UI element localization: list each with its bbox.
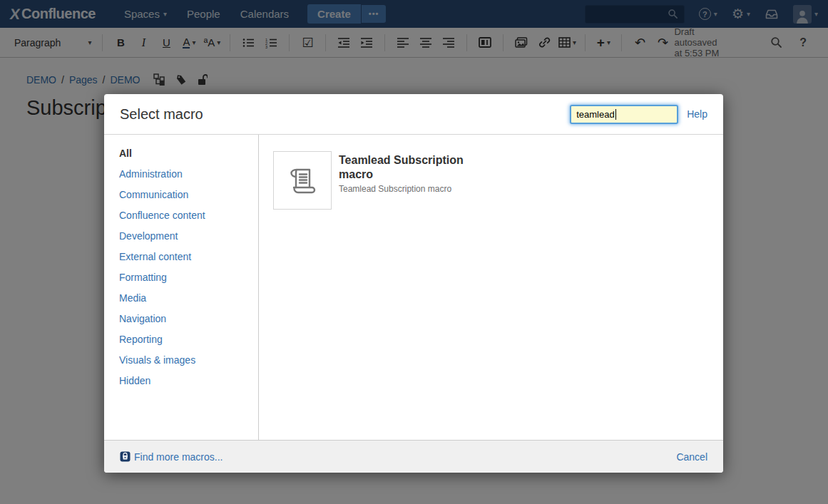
dialog-footer: Find more macros... Cancel [104,440,723,473]
dialog-body: AllAdministrationCommunicationConfluence… [104,135,723,440]
category-item[interactable]: Development [119,230,258,251]
category-item[interactable]: External content [119,251,258,272]
macro-category-panel: AllAdministrationCommunicationConfluence… [104,135,259,440]
macro-results: Teamlead Subscription macro Teamlead Sub… [259,135,723,440]
category-item[interactable]: Communication [119,189,258,210]
dialog-title: Select macro [120,106,203,123]
category-item[interactable]: Navigation [119,313,258,334]
category-item[interactable]: Reporting [119,334,258,354]
dialog-header: Select macro Help [104,94,723,135]
category-item[interactable]: Visuals & images [119,354,258,375]
macro-result-title: Teamlead Subscription macro [339,153,481,182]
macro-icon-box [273,151,332,210]
macro-categories: AllAdministrationCommunicationConfluence… [119,148,258,396]
macro-result-item[interactable]: Teamlead Subscription macro Teamlead Sub… [273,151,494,210]
text-cursor [615,109,616,120]
category-item[interactable]: All [119,148,258,168]
macro-search-input[interactable] [570,105,678,124]
category-item[interactable]: Administration [119,168,258,189]
macro-result-description: Teamlead Subscription macro [339,184,481,194]
dialog-help-link[interactable]: Help [687,108,707,120]
category-item[interactable]: Hidden [119,375,258,396]
category-item[interactable]: Media [119,292,258,313]
cancel-button[interactable]: Cancel [676,451,707,463]
select-macro-dialog: Select macro Help AllAdministrationCommu… [104,94,723,473]
category-item[interactable]: Formatting [119,272,258,292]
marketplace-icon [120,451,131,462]
macro-scroll-icon [286,164,319,197]
category-item[interactable]: Confluence content [119,210,258,230]
find-more-macros-link[interactable]: Find more macros... [120,451,223,463]
